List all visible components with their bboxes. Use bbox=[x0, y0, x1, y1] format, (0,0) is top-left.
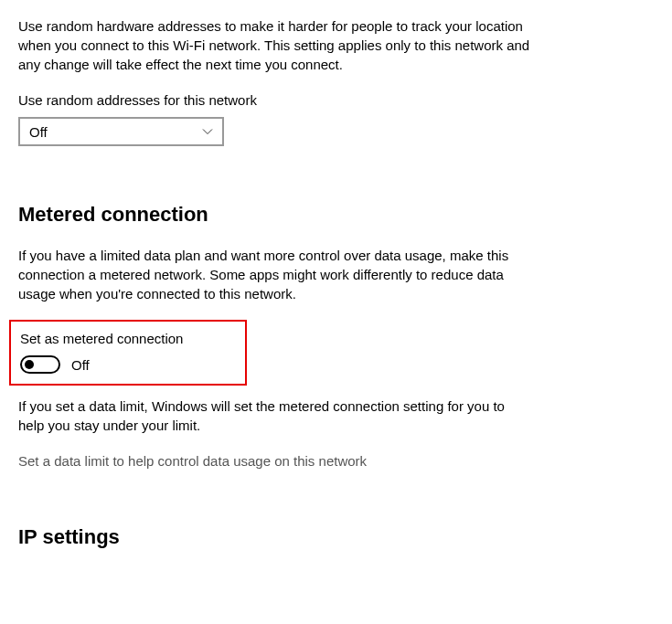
metered-toggle-label: Set as metered connection bbox=[20, 329, 236, 348]
ip-settings-heading: IP settings bbox=[18, 524, 654, 552]
dropdown-value: Off bbox=[29, 122, 48, 142]
random-addresses-label: Use random addresses for this network bbox=[18, 90, 654, 110]
metered-toggle-highlight: Set as metered connection Off bbox=[9, 320, 247, 386]
data-limit-description: If you set a data limit, Windows will se… bbox=[18, 397, 530, 435]
data-limit-link[interactable]: Set a data limit to help control data us… bbox=[18, 451, 654, 471]
toggle-knob bbox=[25, 360, 34, 369]
metered-toggle-state: Off bbox=[71, 355, 90, 375]
random-addresses-dropdown[interactable]: Off bbox=[18, 117, 224, 146]
chevron-down-icon bbox=[202, 126, 213, 137]
random-addresses-description: Use random hardware addresses to make it… bbox=[18, 16, 530, 74]
metered-toggle-row: Off bbox=[20, 355, 236, 375]
metered-toggle[interactable] bbox=[20, 355, 60, 374]
metered-connection-heading: Metered connection bbox=[18, 201, 654, 229]
metered-connection-description: If you have a limited data plan and want… bbox=[18, 246, 530, 303]
